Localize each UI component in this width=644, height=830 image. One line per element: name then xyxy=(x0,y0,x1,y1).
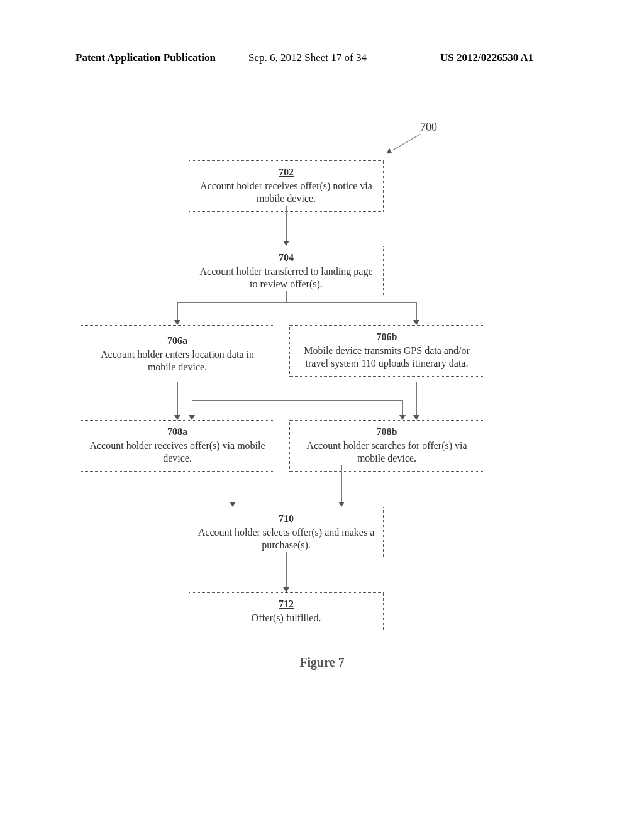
edge-708a-710-arrow xyxy=(230,502,236,507)
node-704-text: Account holder transferred to landing pa… xyxy=(199,266,372,289)
node-706a-text: Account holder enters location data in m… xyxy=(101,349,254,372)
edge-710-712-arrow xyxy=(283,587,289,592)
node-702-text: Account holder receives offer(s) notice … xyxy=(200,180,372,204)
node-704: 704 Account holder transferred to landin… xyxy=(189,246,384,297)
node-708b-ref: 708b xyxy=(296,426,477,438)
edge-704-706b-v xyxy=(416,302,417,321)
edge-708b-710-arrow xyxy=(338,502,345,507)
figure-label: Figure 7 xyxy=(0,655,644,670)
edge-cross-708a-v xyxy=(192,400,192,416)
edge-706b-down xyxy=(416,382,417,416)
edge-706-cross-h xyxy=(192,400,402,401)
node-712: 712 Offer(s) fulfilled. xyxy=(189,592,384,631)
edge-cross-708b-v xyxy=(402,400,403,416)
edge-704-split-h xyxy=(177,302,416,303)
page: Patent Application Publication Sep. 6, 2… xyxy=(0,0,644,830)
callout-700: 700 xyxy=(420,121,437,134)
node-702: 702 Account holder receives offer(s) not… xyxy=(189,160,384,212)
node-702-ref: 702 xyxy=(196,166,377,179)
edge-704-706b-arrow xyxy=(413,320,419,325)
node-706b-ref: 706b xyxy=(296,331,477,343)
node-712-text: Offer(s) fulfilled. xyxy=(252,612,321,623)
edge-cross-708a-arrow xyxy=(189,415,195,420)
node-704-ref: 704 xyxy=(196,252,377,264)
node-706a-ref: 706a xyxy=(87,335,267,347)
callout-leader xyxy=(393,134,421,150)
edge-704-split-v xyxy=(286,291,287,302)
edge-710-712 xyxy=(286,552,287,589)
node-710-text: Account holder selects offer(s) and make… xyxy=(198,527,374,550)
edge-706a-down xyxy=(177,382,178,416)
node-708a-ref: 708a xyxy=(87,426,267,438)
node-706b-text: Mobile device transmits GPS data and/or … xyxy=(304,345,470,368)
node-706b: 706b Mobile device transmits GPS data an… xyxy=(289,325,484,377)
node-706a: 706a Account holder enters location data… xyxy=(80,325,274,380)
node-710-ref: 710 xyxy=(196,512,377,525)
edge-cross-708b-arrow xyxy=(399,415,406,420)
edge-702-704 xyxy=(286,206,287,242)
node-710: 710 Account holder selects offer(s) and … xyxy=(189,507,384,558)
edge-702-704-arrow xyxy=(283,241,289,246)
edge-706b-708b-arrow xyxy=(413,415,419,420)
node-712-ref: 712 xyxy=(196,598,377,611)
edge-708a-710-v xyxy=(233,465,233,503)
node-708a: 708a Account holder receives offer(s) vi… xyxy=(80,420,274,472)
edge-706a-708a-arrow xyxy=(174,415,180,420)
node-708a-text: Account holder receives offer(s) via mob… xyxy=(89,440,265,463)
edge-704-706a-v xyxy=(177,302,178,321)
node-708b: 708b Account holder searches for offer(s… xyxy=(289,420,484,472)
node-708b-text: Account holder searches for offer(s) via… xyxy=(306,440,467,463)
flowchart: 700 702 Account holder receives offer(s)… xyxy=(0,0,644,830)
edge-708b-710-v xyxy=(341,465,342,503)
edge-704-706a-arrow xyxy=(174,320,180,325)
